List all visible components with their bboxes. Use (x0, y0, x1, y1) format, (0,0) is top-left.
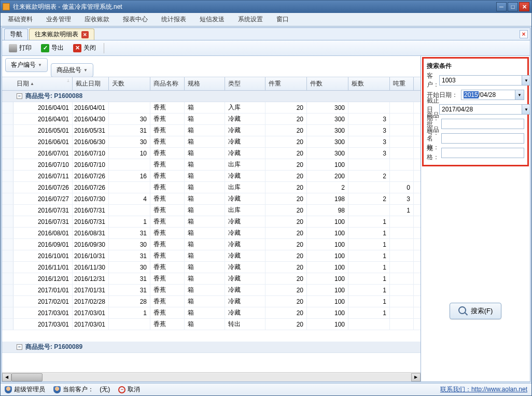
table-row[interactable]: 2017/02/012017/02/2828香蕉箱冷藏201001 (2, 296, 421, 307)
right-panel: 搜索条件 客户： ▼ 开始日期： 2015/04/28▼ 截止日期： ▼ 商品 (421, 56, 530, 381)
start-date-input[interactable]: 2015/04/28 (461, 90, 515, 100)
data-grid: 日期▲⟂ 截止日期 天数 商品名称 规格 类型 件重 件数 板数 吨重 −商品批… (2, 77, 421, 372)
table-row[interactable]: 2017/03/012017/03/011香蕉箱冷藏201001 (2, 307, 421, 319)
table-row[interactable]: 2016/11/012016/11/3030香蕉箱冷藏201001 (2, 262, 421, 273)
titlebar: 往来账款明细表 - 傲蓝冷库管理系统.net ─ □ ✕ (1, 1, 531, 13)
col-date[interactable]: 日期▲⟂ (13, 77, 73, 90)
print-icon (9, 44, 17, 52)
tabs-close-all[interactable]: × (520, 30, 528, 38)
table-row[interactable]: 2016/04/012016/04/01香蕉箱入库20300 (2, 102, 421, 114)
spec-input[interactable] (441, 148, 524, 158)
menu-item[interactable]: 业务管理 (44, 14, 73, 25)
tab-detail[interactable]: 往来账款明细表 ✕ (29, 29, 94, 40)
col-boards[interactable]: 板数 (348, 77, 390, 90)
table-row[interactable]: 2016/06/012016/06/3030香蕉箱冷藏203003 (2, 136, 421, 148)
close-button[interactable]: ✕关闭 (69, 42, 100, 54)
table-row[interactable]: 2016/07/312016/07/31香蕉箱出库20981 (2, 205, 421, 216)
table-row[interactable]: 2016/07/272016/07/304香蕉箱冷藏2019823 (2, 193, 421, 205)
end-date-dropdown[interactable]: ▼ (522, 104, 530, 115)
customer-input[interactable] (439, 75, 522, 86)
main-window: 往来账款明细表 - 傲蓝冷库管理系统.net ─ □ ✕ 基础资料业务管理应收账… (0, 0, 532, 396)
window-close-button[interactable]: ✕ (519, 2, 529, 11)
window-title: 往来账款明细表 - 傲蓝冷库管理系统.net (13, 3, 496, 11)
grid-header: 日期▲⟂ 截止日期 天数 商品名称 规格 类型 件重 件数 板数 吨重 (2, 77, 421, 91)
table-row[interactable]: 2016/07/102016/07/10香蕉箱出库20100 (2, 159, 421, 171)
customer-icon (53, 386, 61, 393)
menu-item[interactable]: 系统设置 (236, 14, 265, 25)
table-row[interactable]: 2017/03/012017/03/01香蕉箱转出20100 (2, 319, 421, 330)
customer-dropdown-button[interactable]: ▼ (522, 75, 530, 86)
grid-body[interactable]: −商品批号: P16000882016/04/012016/04/01香蕉箱入库… (2, 91, 421, 372)
search-button[interactable]: 搜索(F) (450, 303, 501, 319)
tab-close-icon[interactable]: ✕ (81, 31, 89, 38)
menu-item[interactable]: 短信发送 (198, 14, 227, 25)
maximize-button[interactable]: □ (508, 2, 518, 11)
search-title: 搜索条件 (427, 62, 524, 70)
toolbar: 打印 ✓导出 ✕关闭 (2, 40, 530, 56)
chevron-down-icon: ▼ (38, 63, 42, 67)
horizontal-scrollbar[interactable]: ◀ ▶ (2, 372, 421, 381)
end-date-input[interactable] (439, 104, 522, 115)
print-button[interactable]: 打印 (5, 42, 35, 54)
export-icon: ✓ (41, 44, 49, 52)
table-row[interactable]: 2016/10/012016/10/3131香蕉箱冷藏201001 (2, 250, 421, 262)
table-row[interactable]: 2016/07/112016/07/2616香蕉箱冷藏202002 (2, 171, 421, 182)
minimize-button[interactable]: ─ (496, 2, 507, 11)
table-row[interactable]: 2016/12/012016/12/3131香蕉箱冷藏201001 (2, 273, 421, 285)
left-panel: 客户编号▼ 商品批号▼ 日期▲⟂ 截止日期 天数 商品名称 规格 类型 件重 件… (2, 56, 421, 381)
group-customer-button[interactable]: 客户编号▼ (5, 58, 48, 72)
scroll-thumb[interactable] (11, 373, 43, 381)
scroll-left-button[interactable]: ◀ (2, 373, 11, 381)
tab-nav[interactable]: 导航 (4, 29, 28, 40)
name-input[interactable] (441, 133, 524, 144)
menu-item[interactable]: 窗口 (274, 14, 291, 25)
col-name[interactable]: 商品名称 (150, 77, 185, 90)
user-icon (5, 386, 12, 393)
menu-item[interactable]: 报表中心 (121, 14, 150, 25)
table-row[interactable]: 2016/08/012016/08/3131香蕉箱冷藏201001 (2, 228, 421, 239)
group-row[interactable]: −商品批号: P1600088 (2, 91, 421, 102)
product-input[interactable] (441, 119, 524, 129)
group-row[interactable]: −商品批号: P1600089 (2, 342, 421, 353)
contact-link[interactable]: 联系我们：http://www.aolan.net (440, 385, 527, 394)
group-toggle-icon[interactable]: − (17, 93, 22, 99)
col-days[interactable]: 天数 (109, 77, 150, 90)
col-weight[interactable]: 件重 (265, 77, 307, 90)
col-ton[interactable]: 吨重 (390, 77, 414, 90)
group-product-button[interactable]: 商品批号▼ (51, 63, 93, 77)
content-area: 导航 往来账款明细表 ✕ × 打印 ✓导出 ✕关闭 客户编号▼ 商品批号▼ (2, 27, 530, 382)
col-pieces[interactable]: 件数 (307, 77, 348, 90)
menu-item[interactable]: 应收账款 (82, 14, 111, 25)
table-row[interactable]: 2016/07/012016/07/1010香蕉箱冷藏203003 (2, 148, 421, 159)
table-row[interactable]: 2016/04/012016/04/3030香蕉箱冷藏203003 (2, 114, 421, 125)
menu-item[interactable]: 统计报表 (159, 14, 188, 25)
table-row[interactable]: 2017/01/012017/01/3131香蕉箱冷藏201001 (2, 285, 421, 296)
export-button[interactable]: ✓导出 (37, 42, 67, 54)
cancel-button[interactable]: －取消 (118, 385, 140, 394)
start-date-dropdown[interactable]: ▼ (515, 90, 524, 100)
col-deadline[interactable]: 截止日期 (73, 77, 109, 90)
chevron-down-icon: ▼ (83, 68, 88, 73)
app-icon (3, 3, 10, 10)
cancel-icon: － (118, 386, 125, 393)
col-type[interactable]: 类型 (225, 77, 265, 90)
close-icon: ✕ (73, 44, 81, 52)
table-row[interactable]: 2016/07/312016/07/311香蕉箱冷藏201001 (2, 216, 421, 228)
table-row[interactable]: 2016/05/012016/05/3131香蕉箱冷藏203003 (2, 125, 421, 136)
menubar: 基础资料业务管理应收账款报表中心统计报表短信发送系统设置窗口 (1, 13, 531, 26)
scroll-right-button[interactable]: ▶ (411, 373, 421, 381)
status-user: 超级管理员 (14, 385, 45, 394)
statusbar: 超级管理员 当前客户： (无) －取消 联系我们：http://www.aola… (1, 383, 531, 395)
menu-item[interactable]: 基础资料 (6, 14, 35, 25)
group-toggle-icon[interactable]: − (17, 344, 22, 350)
tabs-bar: 导航 往来账款明细表 ✕ × (2, 28, 530, 40)
table-row[interactable]: 2016/07/262016/07/26香蕉箱出库2020 (2, 182, 421, 193)
table-row[interactable]: 2016/09/012016/09/3030香蕉箱冷藏201001 (2, 239, 421, 250)
col-spec[interactable]: 规格 (185, 77, 225, 90)
search-icon (458, 306, 468, 316)
search-panel: 搜索条件 客户： ▼ 开始日期： 2015/04/28▼ 截止日期： ▼ 商品 (422, 57, 529, 166)
